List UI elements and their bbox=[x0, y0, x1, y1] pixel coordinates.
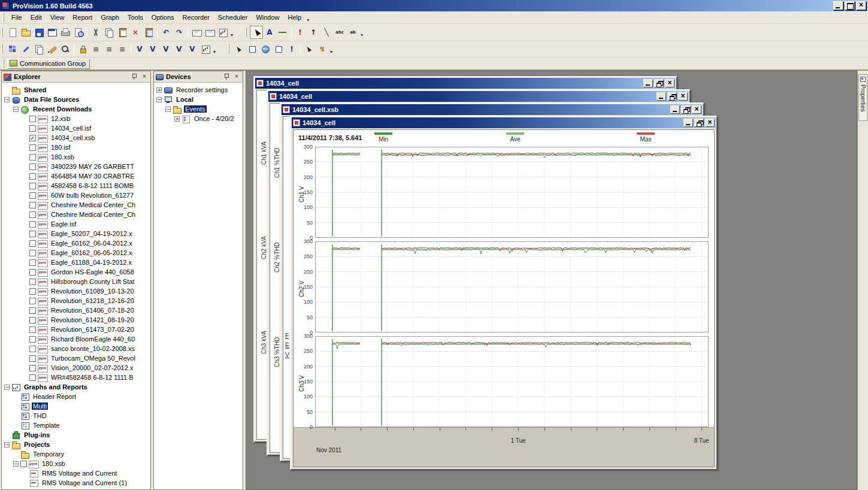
checkbox[interactable] bbox=[29, 326, 36, 333]
tree-item-plug-ins[interactable]: Plug-ins bbox=[2, 430, 150, 440]
menubar-handle[interactable] bbox=[2, 13, 4, 22]
tree-item-revolution-61406-07-18-20[interactable]: Revolution_61406_07-18-20 bbox=[2, 306, 150, 315]
checkbox[interactable] bbox=[20, 461, 27, 467]
devices-panel-header[interactable]: Devices × bbox=[154, 71, 243, 83]
checkbox[interactable] bbox=[29, 154, 36, 161]
download-recording-button[interactable] bbox=[190, 26, 203, 39]
print-preview-button[interactable] bbox=[72, 26, 85, 39]
checkbox[interactable] bbox=[29, 269, 36, 276]
checkbox[interactable] bbox=[29, 144, 36, 151]
explorer-panel-header[interactable]: Explorer × bbox=[2, 71, 150, 83]
open-file-button[interactable] bbox=[19, 26, 32, 39]
web-update-button[interactable] bbox=[259, 43, 272, 56]
maximize-button[interactable] bbox=[845, 1, 855, 10]
tree-item-revolution-61473-07-02-20[interactable]: Revolution_61473_07-02-20 bbox=[2, 325, 150, 334]
tree-item-turbocam-omega-50-revol[interactable]: Turbocam_OMega 50_Revol bbox=[2, 353, 150, 363]
window-titlebar[interactable]: 14034_cell bbox=[292, 117, 716, 128]
window-close-button[interactable] bbox=[678, 92, 688, 101]
lock-axes-button[interactable] bbox=[76, 43, 89, 56]
tree-item-3490239-may-26-garbett[interactable]: 3490239 MAY 26 GARBETT bbox=[2, 162, 150, 171]
arrow-annotation-tool[interactable]: ↑ bbox=[307, 26, 320, 39]
window-minimize-button[interactable] bbox=[683, 119, 693, 127]
paste-button[interactable] bbox=[116, 26, 129, 39]
toolbar-overflow[interactable]: ▾ bbox=[361, 32, 363, 38]
tree-item-12-xsb[interactable]: 12.xsb bbox=[2, 114, 150, 123]
graph-volts-button[interactable]: V bbox=[133, 43, 146, 56]
window-minimize-button[interactable] bbox=[670, 105, 680, 114]
menu-window[interactable]: Window bbox=[252, 12, 283, 23]
graph-power-button[interactable]: V bbox=[159, 43, 173, 56]
tree-item-graphs-and-reports[interactable]: −Graphs and Reports bbox=[2, 382, 150, 392]
window-titlebar[interactable]: 14034_cell.xsb bbox=[282, 104, 703, 115]
checkbox[interactable] bbox=[29, 307, 36, 314]
toolbar-handle[interactable] bbox=[1, 28, 3, 37]
devices-pin-button[interactable] bbox=[222, 72, 231, 81]
app-titlebar[interactable]: ProVision 1.60 Build 4563 bbox=[0, 0, 868, 11]
diagonal-line-tool[interactable]: ╲ bbox=[320, 26, 333, 39]
checkbox[interactable] bbox=[29, 240, 36, 247]
expander-icon[interactable]: + bbox=[156, 87, 162, 93]
menu-help[interactable]: Help bbox=[284, 12, 306, 23]
expander-icon[interactable]: − bbox=[156, 97, 162, 102]
tree-item-eagle-61188-04-19-2012-x[interactable]: Eagle_61188_04-19-2012.x bbox=[2, 258, 150, 267]
checkbox[interactable] bbox=[29, 164, 36, 170]
checkbox[interactable]: ✓ bbox=[29, 135, 36, 141]
save-button[interactable] bbox=[32, 26, 46, 39]
spelling-button[interactable]: abc bbox=[333, 26, 346, 39]
close-button[interactable] bbox=[856, 1, 866, 10]
commbar-handle[interactable] bbox=[2, 59, 4, 68]
communication-group-button[interactable]: Communication Group bbox=[7, 59, 90, 69]
checkbox[interactable] bbox=[29, 116, 36, 122]
delete-button[interactable]: × bbox=[129, 26, 142, 39]
expander-icon[interactable]: − bbox=[13, 461, 19, 467]
explorer-pin-button[interactable] bbox=[130, 72, 138, 81]
tree-item-180-xsb[interactable]: 180.xsb bbox=[2, 152, 150, 162]
pan-tool-button[interactable] bbox=[232, 43, 246, 56]
tree-item-revolution-61421-08-19-20[interactable]: Revolution_61421_08-19-20 bbox=[2, 315, 150, 325]
workbook-window-button[interactable] bbox=[46, 26, 59, 39]
tree-item-hillsborough-county-lift-stat[interactable]: Hillsborough County Lift Stat bbox=[2, 277, 150, 286]
menu-tools[interactable]: Tools bbox=[123, 12, 147, 23]
menu-graph[interactable]: Graph bbox=[96, 12, 123, 23]
menu-view[interactable]: View bbox=[46, 12, 69, 23]
link-fragment[interactable]: E bbox=[285, 342, 289, 349]
checkbox[interactable] bbox=[29, 192, 36, 199]
chart-plot-ch2-v[interactable] bbox=[315, 241, 709, 332]
toolbar-handle[interactable] bbox=[245, 28, 247, 37]
expander-icon[interactable]: − bbox=[4, 97, 10, 102]
tree-item-thd[interactable]: THD bbox=[2, 411, 150, 421]
line-annotation-tool[interactable] bbox=[276, 26, 289, 39]
checkbox[interactable] bbox=[29, 298, 36, 304]
align-right-button[interactable]: ≡ bbox=[116, 43, 129, 56]
duplicate-graph-button[interactable] bbox=[32, 43, 46, 56]
checkbox[interactable] bbox=[29, 259, 36, 266]
toolbar-handle[interactable] bbox=[228, 44, 229, 54]
checkbox[interactable] bbox=[29, 279, 36, 285]
tree-item-cheshire-medical-center-ch[interactable]: Cheshire Medical Center_Ch bbox=[2, 200, 150, 210]
tree-item-180-isf[interactable]: 180.isf bbox=[2, 143, 150, 152]
label-tool[interactable]: ab bbox=[346, 26, 359, 39]
tree-item-shared[interactable]: Shared bbox=[2, 85, 150, 95]
window-titlebar[interactable]: 14034_cell bbox=[255, 78, 676, 89]
tree-item-sanco-bronte-10-02-2008-xs[interactable]: sanco bronte_10-02-2008.xs bbox=[2, 344, 150, 353]
cut-button[interactable] bbox=[89, 26, 102, 39]
tree-item-projects[interactable]: −Projects bbox=[2, 440, 150, 449]
explorer-close-button[interactable]: × bbox=[140, 72, 149, 81]
window-minimize-button[interactable] bbox=[657, 92, 666, 101]
expander-icon[interactable]: − bbox=[165, 107, 171, 112]
trigger-button[interactable]: ↯ bbox=[316, 43, 329, 56]
toolbar-overflow[interactable]: ▾ bbox=[213, 49, 216, 55]
checkbox[interactable] bbox=[29, 288, 36, 295]
zoom-region-button[interactable] bbox=[246, 43, 259, 56]
checkbox[interactable] bbox=[29, 183, 36, 189]
tree-item-recent-downloads[interactable]: −Recent Downloads bbox=[2, 104, 150, 114]
menu-options[interactable]: Options bbox=[147, 12, 179, 23]
devices-close-button[interactable]: × bbox=[232, 72, 241, 81]
tree-item-eagle-isf[interactable]: Eagle.isf bbox=[2, 219, 150, 229]
marker-tool[interactable]: ! bbox=[294, 26, 307, 39]
new-graph-button[interactable] bbox=[216, 26, 229, 39]
window-restore-button[interactable] bbox=[654, 79, 664, 87]
tree-item-recorder-settings[interactable]: +Recorder settings bbox=[154, 85, 243, 95]
window-close-button[interactable] bbox=[705, 119, 715, 127]
checkbox[interactable] bbox=[29, 211, 36, 218]
